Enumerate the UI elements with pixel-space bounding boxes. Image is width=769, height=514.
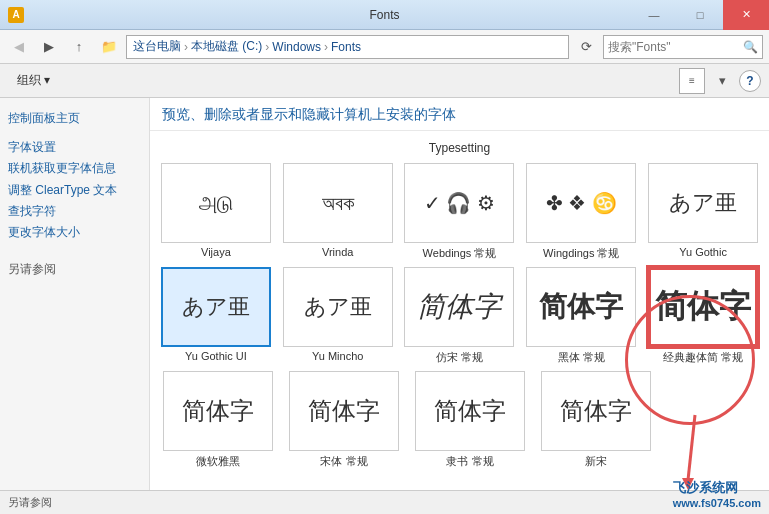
search-input[interactable] [608, 40, 743, 54]
status-bar: 另请参阅 [0, 490, 769, 514]
lishu-preview: 简体字 [434, 395, 506, 427]
watermark: 飞沙系统网 www.fs0745.com [673, 479, 761, 509]
view-dropdown-button[interactable]: ▾ [709, 68, 735, 94]
path-sep1: › [184, 40, 188, 54]
sidebar-item-font-settings[interactable]: 字体设置 [8, 137, 141, 158]
main-layout: 控制面板主页 字体设置 联机获取更字体信息 调整 ClearType 文本 查找… [0, 98, 769, 490]
help-button[interactable]: ? [739, 70, 761, 92]
font-icon-simsun: 简体字 [289, 371, 399, 451]
up-button[interactable]: ↑ [66, 34, 92, 60]
folder-icon: 📁 [96, 34, 122, 60]
font-item-heiti[interactable]: 简体字 黑体 常规 [523, 267, 639, 365]
refresh-button[interactable]: ⟳ [573, 34, 599, 60]
msyh-label: 微软雅黑 [196, 454, 240, 469]
font-icon-heiti: 简体字 [526, 267, 636, 347]
vrinda-preview: অবক [322, 192, 354, 214]
font-item-yu-gothic-ui[interactable]: あア亜 Yu Gothic UI [158, 267, 274, 365]
minimize-button[interactable]: — [631, 0, 677, 30]
path-fonts[interactable]: Fonts [331, 40, 361, 54]
vijaya-label: Vijaya [201, 246, 231, 258]
webdings-label: Webdings 常规 [423, 246, 497, 261]
font-icon-yu-gothic-ui: あア亜 [161, 267, 271, 347]
simsun-preview: 简体字 [308, 395, 380, 427]
font-row-3: 简体字 微软雅黑 简体字 宋体 常规 简体字 隶书 常规 [158, 371, 761, 469]
sidebar: 控制面板主页 字体设置 联机获取更字体信息 调整 ClearType 文本 查找… [0, 98, 150, 490]
font-item-wingdings[interactable]: ✤ ❖ ♋ Wingdings 常规 [523, 163, 639, 261]
font-item-lishu[interactable]: 简体字 隶书 常规 [410, 371, 530, 469]
font-item-yu-gothic[interactable]: あア亜 Yu Gothic [645, 163, 761, 261]
sidebar-item-change-size[interactable]: 更改字体大小 [8, 222, 141, 243]
yu-mincho-label: Yu Mincho [312, 350, 363, 362]
font-item-yu-mincho[interactable]: あア亜 Yu Mincho [280, 267, 396, 365]
quti-label: 经典趣体简 常规 [663, 350, 743, 365]
path-computer[interactable]: 这台电脑 [133, 38, 181, 55]
yu-gothic-label: Yu Gothic [679, 246, 727, 258]
quti-preview: 简体字 [655, 285, 751, 329]
font-item-webdings[interactable]: ✓ 🎧 ⚙ Webdings 常规 [402, 163, 518, 261]
title-bar-left: A [8, 7, 24, 23]
path-sep3: › [324, 40, 328, 54]
wingdings-preview: ✤ ❖ ♋ [546, 191, 617, 215]
close-button[interactable]: ✕ [723, 0, 769, 30]
app-icon: A [8, 7, 24, 23]
search-icon[interactable]: 🔍 [743, 40, 758, 54]
font-icon-msyh: 简体字 [163, 371, 273, 451]
window-title: Fonts [369, 8, 399, 22]
title-bar: A Fonts — □ ✕ [0, 0, 769, 30]
sidebar-item-find-char[interactable]: 查找字符 [8, 201, 141, 222]
newsong-preview: 简体字 [560, 395, 632, 427]
address-bar: ◀ ▶ ↑ 📁 这台电脑 › 本地磁盘 (C:) › Windows › Fon… [0, 30, 769, 64]
yu-gothic-preview: あア亜 [669, 191, 737, 215]
fonts-grid: Typesetting அடு Vijaya অবক Vrinda [150, 131, 769, 490]
font-icon-webdings: ✓ 🎧 ⚙ [404, 163, 514, 243]
font-item-msyh[interactable]: 简体字 微软雅黑 [158, 371, 278, 469]
font-icon-yu-mincho: あア亜 [283, 267, 393, 347]
yu-mincho-preview: あア亜 [304, 295, 372, 319]
vijaya-preview: அடு [199, 192, 233, 214]
newsong-label: 新宋 [585, 454, 607, 469]
status-text: 另请参阅 [8, 495, 52, 510]
section-label-typesetting: Typesetting [158, 139, 761, 157]
font-icon-vrinda: অবক [283, 163, 393, 243]
organize-button[interactable]: 组织 ▾ [8, 68, 59, 94]
sidebar-item-online-fonts[interactable]: 联机获取更字体信息 [8, 158, 141, 179]
font-item-vrinda[interactable]: অবক Vrinda [280, 163, 396, 261]
vrinda-label: Vrinda [322, 246, 353, 258]
back-button[interactable]: ◀ [6, 34, 32, 60]
watermark-url: www.fs0745.com [673, 497, 761, 509]
fangsong-preview: 简体字 [417, 288, 501, 326]
content-header: 预览、删除或者显示和隐藏计算机上安装的字体 [150, 98, 769, 131]
font-item-fangsong[interactable]: 简体字 仿宋 常规 [402, 267, 518, 365]
search-box[interactable]: 🔍 [603, 35, 763, 59]
msyh-preview: 简体字 [182, 395, 254, 427]
toolbar: 组织 ▾ ≡ ▾ ? [0, 64, 769, 98]
wingdings-label: Wingdings 常规 [543, 246, 619, 261]
webdings-preview: ✓ 🎧 ⚙ [424, 191, 495, 215]
heiti-preview: 简体字 [539, 288, 623, 326]
font-item-quti[interactable]: 简体字 经典趣体简 常规 [645, 267, 761, 365]
sidebar-item-homepage[interactable]: 控制面板主页 [8, 108, 141, 129]
font-item-newsong[interactable]: 简体字 新宋 [536, 371, 656, 469]
font-icon-yu-gothic: あア亜 [648, 163, 758, 243]
fangsong-label: 仿宋 常规 [436, 350, 483, 365]
font-row-1: அடு Vijaya অবক Vrinda ✓ 🎧 ⚙ Webdings 常规 [158, 163, 761, 261]
lishu-label: 隶书 常规 [446, 454, 493, 469]
sidebar-item-cleartype[interactable]: 调整 ClearType 文本 [8, 180, 141, 201]
view-button[interactable]: ≡ [679, 68, 705, 94]
watermark-sitename: 飞沙系统网 [673, 479, 761, 497]
font-item-simsun[interactable]: 简体字 宋体 常规 [284, 371, 404, 469]
font-icon-lishu: 简体字 [415, 371, 525, 451]
address-path[interactable]: 这台电脑 › 本地磁盘 (C:) › Windows › Fonts [126, 35, 569, 59]
maximize-button[interactable]: □ [677, 0, 723, 30]
title-bar-buttons: — □ ✕ [631, 0, 769, 30]
yu-gothic-ui-preview: あア亜 [182, 295, 250, 319]
path-windows[interactable]: Windows [272, 40, 321, 54]
font-icon-quti: 简体字 [648, 267, 758, 347]
font-item-vijaya[interactable]: அடு Vijaya [158, 163, 274, 261]
font-row-2: あア亜 Yu Gothic UI あア亜 Yu Mincho 简体字 仿宋 常规 [158, 267, 761, 365]
simsun-label: 宋体 常规 [320, 454, 367, 469]
forward-button[interactable]: ▶ [36, 34, 62, 60]
path-sep2: › [265, 40, 269, 54]
path-drive[interactable]: 本地磁盘 (C:) [191, 38, 262, 55]
font-icon-vijaya: அடு [161, 163, 271, 243]
